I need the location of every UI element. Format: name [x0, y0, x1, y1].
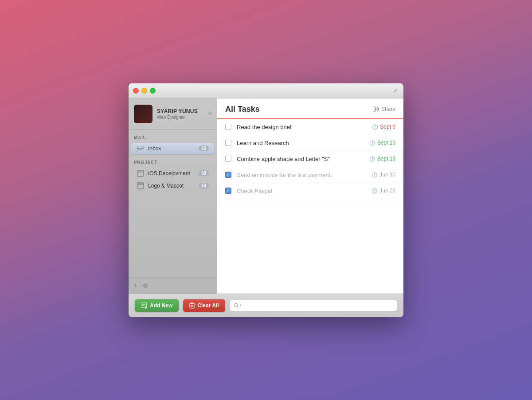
add-icon[interactable]: +	[134, 282, 137, 289]
task-text-2: Learn and Research	[237, 140, 364, 146]
task-due-2: 🕐 Sept 15	[369, 140, 395, 146]
task-due-label-3: Sept 16	[377, 156, 395, 162]
clock-icon-5: 🕐	[372, 188, 378, 194]
main-panel: All Tasks Share Read the design brief	[217, 98, 403, 294]
user-profile: SYARIP YUNUS Web Designer ≡	[129, 98, 217, 130]
user-title: Web Designer	[157, 115, 203, 120]
task-list: Read the design brief 🕐 Sept 6 Learn and…	[217, 119, 403, 294]
share-label: Share	[381, 106, 395, 112]
ios-label: IOS Depelovment	[148, 170, 195, 176]
user-name: SYARIP YUNUS	[157, 108, 203, 114]
clear-all-button[interactable]: Clear All	[183, 299, 225, 312]
project-section-label: PROJECT	[129, 155, 217, 167]
expand-icon[interactable]: ⤢	[393, 87, 398, 94]
minimize-button[interactable]	[141, 88, 147, 94]
task-due-label-2: Sept 15	[377, 140, 395, 146]
svg-rect-3	[138, 183, 143, 189]
inbox-label: Inbox	[148, 145, 195, 152]
search-icon-wrap: ▾	[234, 303, 242, 308]
panel-header: All Tasks Share	[217, 98, 403, 119]
task-checkbox-3[interactable]	[225, 156, 231, 162]
settings-icon[interactable]: ⚙	[143, 282, 149, 289]
share-button[interactable]: Share	[373, 106, 395, 112]
task-due-label-4: Jun 30	[379, 172, 395, 178]
sidebar-spacer	[129, 192, 217, 277]
panel-title: All Tasks	[225, 105, 260, 114]
search-box[interactable]: ▾	[230, 300, 397, 311]
trash-icon	[189, 302, 195, 309]
task-text-1: Read the design brief	[237, 124, 367, 130]
search-dropdown-arrow[interactable]: ▾	[240, 303, 242, 307]
project-logo-icon	[137, 183, 145, 189]
add-icon	[141, 302, 147, 309]
task-item: Check Paypal 🕐 Jun 29	[217, 183, 403, 199]
close-button[interactable]	[133, 88, 139, 94]
search-input[interactable]	[244, 302, 393, 309]
logo-label: Logo & Mascot	[148, 183, 195, 189]
svg-rect-6	[141, 303, 147, 307]
task-text-5: Check Paypal	[237, 188, 366, 194]
task-item: Read the design brief 🕐 Sept 6	[217, 119, 403, 135]
task-checkbox-2[interactable]	[225, 140, 231, 146]
task-checkbox-1[interactable]	[225, 124, 231, 130]
logo-badge: 10	[199, 183, 209, 188]
titlebar: ⤢	[129, 83, 403, 98]
task-checkbox-4[interactable]	[225, 172, 231, 178]
task-due-label-5: Jun 29	[379, 188, 395, 194]
add-new-label: Add New	[150, 302, 172, 309]
ios-badge: 99	[199, 170, 209, 176]
avatar	[134, 105, 153, 123]
menu-icon[interactable]: ≡	[208, 110, 211, 117]
maximize-button[interactable]	[150, 88, 156, 94]
clear-all-label: Clear All	[197, 302, 219, 309]
sidebar-footer: + ⚙	[129, 277, 217, 294]
share-icon	[373, 106, 379, 112]
svg-line-18	[237, 306, 239, 308]
app-window: ⤢ SYARIP YUNUS Web Designer ≡ MAIL	[129, 83, 403, 317]
task-item: Send an invoice for the first payment. 🕐…	[217, 167, 403, 183]
task-due-3: 🕐 Sept 16	[369, 156, 395, 162]
sidebar-item-logo[interactable]: Logo & Mascot 10	[131, 180, 214, 192]
mail-section-label: MAIL	[129, 130, 217, 142]
svg-rect-1	[138, 171, 143, 176]
bottom-bar: Add New Clear All ▾	[129, 294, 403, 317]
task-checkbox-5[interactable]	[225, 188, 231, 194]
task-item: Combine apple shape and Letter "S" 🕐 Sep…	[217, 151, 403, 167]
inbox-badge: 26	[199, 145, 209, 151]
user-info: SYARIP YUNUS Web Designer	[157, 108, 203, 120]
sidebar-item-ios[interactable]: IOS Depelovment 99	[131, 168, 214, 179]
sidebar: SYARIP YUNUS Web Designer ≡ MAIL Inbox 2…	[129, 98, 217, 294]
traffic-lights	[133, 88, 156, 94]
clock-icon-2: 🕐	[369, 140, 376, 146]
task-due-4: 🕐 Jun 30	[372, 172, 395, 178]
add-new-button[interactable]: Add New	[135, 299, 179, 312]
task-text-3: Combine apple shape and Letter "S"	[237, 156, 364, 162]
inbox-icon	[137, 145, 145, 152]
clock-icon-4: 🕐	[372, 172, 378, 178]
project-ios-icon	[137, 170, 145, 176]
clock-icon-1: 🕐	[372, 124, 378, 130]
sidebar-item-inbox[interactable]: Inbox 26	[131, 143, 214, 154]
search-icon	[234, 303, 239, 308]
task-due-5: 🕐 Jun 29	[372, 188, 395, 194]
task-text-4: Send an invoice for the first payment.	[237, 172, 366, 178]
task-due-label-1: Sept 6	[380, 124, 395, 130]
clock-icon-3: 🕐	[369, 156, 376, 162]
task-due-1: 🕐 Sept 6	[372, 124, 395, 130]
task-item: Learn and Research 🕐 Sept 15	[217, 135, 403, 151]
content-area: SYARIP YUNUS Web Designer ≡ MAIL Inbox 2…	[129, 98, 403, 294]
svg-point-17	[234, 303, 238, 307]
